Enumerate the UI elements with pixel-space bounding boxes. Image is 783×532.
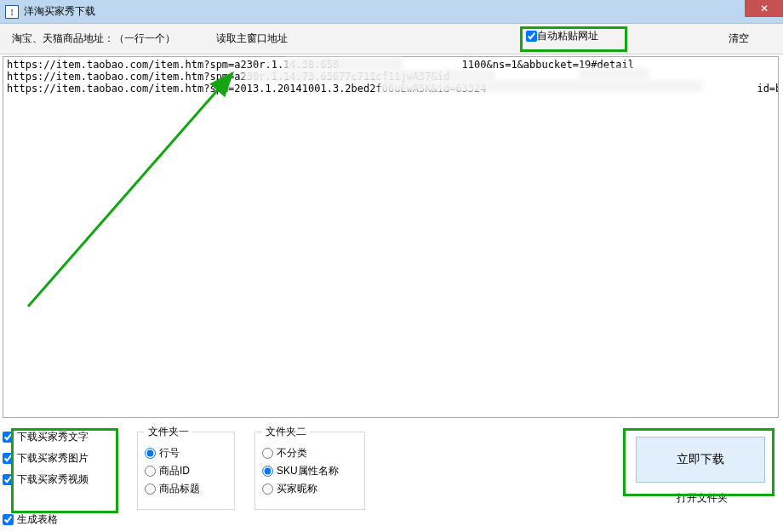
auto-paste-input[interactable]	[526, 31, 537, 42]
folder1-product-id-radio[interactable]: 商品ID	[145, 464, 227, 478]
close-button[interactable]: ✕	[745, 0, 783, 17]
folder2-no-category-input[interactable]	[262, 448, 273, 459]
url-textarea[interactable]	[3, 56, 779, 418]
folder2-sku-attr-input[interactable]	[262, 466, 273, 477]
download-text-checkbox[interactable]: 下载买家秀文字	[3, 430, 109, 444]
download-image-input[interactable]	[3, 453, 14, 464]
address-label: 淘宝、天猫商品地址：（一行一个）	[12, 31, 175, 46]
folder1-product-id-input[interactable]	[145, 466, 156, 477]
generate-table-checkbox[interactable]: 生成表格	[3, 512, 779, 527]
generate-table-label: 生成表格	[17, 512, 58, 527]
close-icon: ✕	[760, 3, 769, 14]
download-video-input[interactable]	[3, 474, 14, 485]
options-panel: 下载买家秀文字 下载买家秀图片 下载买家秀视频 文件夹一 行号 商品ID 商品标…	[3, 423, 779, 523]
open-folder-button[interactable]: 打开文件夹	[677, 491, 728, 506]
folder2-group: 文件夹二 不分类 SKU属性名称 买家昵称	[254, 425, 365, 510]
folder2-legend: 文件夹二	[262, 425, 310, 439]
app-icon: !	[5, 5, 19, 19]
download-now-button[interactable]: 立即下载	[636, 437, 765, 483]
read-main-window-button[interactable]: 读取主窗口地址	[216, 31, 288, 46]
clear-button[interactable]: 清空	[729, 31, 749, 46]
folder1-product-title-input[interactable]	[145, 483, 156, 495]
titlebar: ! 洋淘买家秀下载 ✕	[0, 0, 783, 24]
generate-table-group: 生成表格	[3, 512, 779, 527]
window-title: 洋淘买家秀下载	[24, 4, 95, 19]
download-options-group: 下载买家秀文字 下载买家秀图片 下载买家秀视频	[3, 430, 109, 509]
folder2-buyer-nick-input[interactable]	[262, 483, 273, 495]
folder1-row-number-input[interactable]	[145, 448, 156, 459]
generate-table-input[interactable]	[3, 514, 14, 525]
folder1-product-title-radio[interactable]: 商品标题	[145, 482, 227, 496]
folder1-group: 文件夹一 行号 商品ID 商品标题	[137, 425, 235, 510]
folder2-no-category-label: 不分类	[277, 446, 307, 460]
folder1-product-title-label: 商品标题	[159, 482, 200, 496]
auto-paste-checkbox[interactable]: 自动粘贴网址	[526, 29, 598, 43]
folder1-row-number-label: 行号	[159, 446, 180, 460]
download-image-checkbox[interactable]: 下载买家秀图片	[3, 451, 109, 466]
auto-paste-label: 自动粘贴网址	[537, 29, 598, 43]
download-image-label: 下载买家秀图片	[17, 451, 89, 466]
download-video-checkbox[interactable]: 下载买家秀视频	[3, 472, 109, 487]
folder2-buyer-nick-radio[interactable]: 买家昵称	[262, 482, 357, 496]
download-video-label: 下载买家秀视频	[17, 472, 89, 487]
download-text-input[interactable]	[3, 432, 14, 443]
toolbar: 淘宝、天猫商品地址：（一行一个） 读取主窗口地址 自动粘贴网址 清空	[0, 24, 783, 54]
folder2-sku-attr-label: SKU属性名称	[277, 464, 339, 478]
folder1-row-number-radio[interactable]: 行号	[145, 446, 227, 460]
download-text-label: 下载买家秀文字	[17, 430, 89, 444]
folder1-product-id-label: 商品ID	[159, 464, 190, 478]
folder2-no-category-radio[interactable]: 不分类	[262, 446, 357, 460]
folder1-legend: 文件夹一	[145, 425, 192, 439]
folder2-sku-attr-radio[interactable]: SKU属性名称	[262, 464, 357, 478]
folder2-buyer-nick-label: 买家昵称	[277, 482, 317, 496]
